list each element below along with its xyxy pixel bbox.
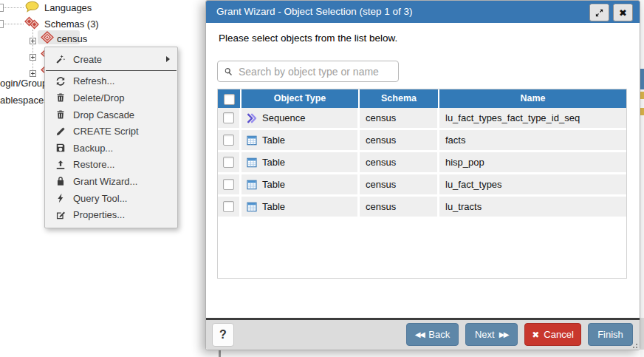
dialog-titlebar[interactable]: Grant Wizard - Object Selection (step 1 … [206,1,640,23]
table-row[interactable]: Table census hisp_pop [218,152,626,172]
menu-item-label: Create [73,54,102,65]
pgadmin-screen: Languages Schemas (3) census pu st ogin/… [0,0,644,357]
grant-wizard-dialog: Grant Wizard - Object Selection (step 1 … [205,0,640,350]
trash-icon [55,109,66,120]
table-icon [247,135,257,146]
select-all-checkbox[interactable] [224,94,235,105]
menu-item-properties[interactable]: Properties... [45,206,177,223]
object-type-label: Table [262,135,285,146]
table-header-row: Object Type Schema Name [218,89,626,108]
menu-item-label: CREATE Script [73,126,139,137]
search-input[interactable] [237,65,398,78]
trash-icon [55,92,66,103]
back-label: Back [428,329,450,340]
bolt-icon [55,193,66,204]
table-row[interactable]: Sequence census lu_fact_types_fact_type_… [218,108,626,128]
search-box[interactable] [217,61,399,82]
instruction-text: Please select objects from the list belo… [219,33,397,44]
dialog-footer: ? ◀◀ Back Next ▶▶ ✖ Cancel Finish [206,318,640,350]
cancel-button[interactable]: ✖ Cancel [524,323,581,346]
cancel-label: Cancel [544,329,573,340]
menu-item-query-tool[interactable]: Query Tool... [45,190,177,207]
back-button[interactable]: ◀◀ Back [406,323,459,346]
tree-item-login-group-roles[interactable]: ogin/Group [0,78,47,89]
schema-cell: census [360,174,439,194]
row-checkbox[interactable] [223,157,234,168]
expand-toggle-icon[interactable] [30,50,36,57]
upload-icon [55,159,66,170]
expand-icon [595,8,604,18]
pencil-icon [55,126,66,137]
sequence-icon [247,113,257,123]
row-checkbox[interactable] [223,112,234,123]
table-icon [247,157,257,168]
next-label: Next [475,329,495,340]
background-sliver [640,92,644,99]
tree-connector [4,24,24,24]
schema-cell: census [360,108,439,128]
schema-cell: census [360,130,439,150]
finish-label: Finish [597,329,623,340]
menu-item-delete-drop[interactable]: Delete/Drop [45,89,177,106]
menu-item-label: Backup... [73,143,113,154]
tree-item-tablespaces[interactable]: ablespaces [0,95,49,106]
close-icon: ✖ [619,7,627,18]
menu-item-backup[interactable]: Backup... [45,140,177,157]
object-table: Object Type Schema Name Sequence census … [217,89,627,279]
object-type-label: Table [262,157,285,168]
table-row[interactable]: Table census facts [218,130,626,150]
menu-item-label: Restore... [73,159,114,170]
menu-item-drop-cascade[interactable]: Drop Cascade [45,106,177,123]
background-sliver [640,318,644,350]
table-icon [247,180,257,190]
background-panel-divider [219,350,221,357]
row-checkbox[interactable] [223,179,234,190]
name-cell: lu_fact_types [439,174,626,194]
table-row[interactable]: Table census lu_tracts [218,197,626,217]
object-type-label: Table [262,179,285,190]
select-all-header-cell[interactable] [218,89,242,108]
help-label: ? [219,328,227,341]
menu-item-label: Drop Cascade [73,109,134,120]
menu-item-label: Delete/Drop [73,92,124,103]
menu-item-label: Query Tool... [73,193,127,204]
tree-connector [4,7,24,8]
resize-grip[interactable] [631,341,637,348]
tree-item-languages[interactable]: Languages [44,2,92,13]
next-button[interactable]: Next ▶▶ [465,323,518,346]
magic-wand-icon [55,54,66,65]
help-button[interactable]: ? [212,323,234,347]
name-cell: lu_tracts [439,197,626,217]
row-checkbox[interactable] [223,201,234,212]
menu-item-create-script[interactable]: CREATE Script [45,123,177,140]
name-cell: hisp_pop [439,152,626,172]
maximize-button[interactable] [589,4,609,21]
table-row[interactable]: Table census lu_fact_types [218,174,626,194]
object-type-label: Sequence [262,112,306,123]
table-icon [247,202,257,212]
close-button[interactable]: ✖ [613,4,633,21]
header-schema[interactable]: Schema [360,89,439,108]
double-chevron-left-icon: ◀◀ [415,331,424,339]
menu-item-refresh[interactable]: Refresh... [45,73,177,90]
background-sliver [640,108,644,115]
menu-item-restore[interactable]: Restore... [45,157,177,174]
menu-item-create[interactable]: Create [45,51,177,68]
tree-item-census[interactable]: census [57,33,87,44]
wizard-buttons: ◀◀ Back Next ▶▶ ✖ Cancel Finish [406,323,633,346]
background-sliver [640,69,644,89]
expand-toggle-icon[interactable] [30,34,36,41]
languages-icon [24,1,40,16]
x-icon: ✖ [532,330,539,340]
menu-item-grant-wizard[interactable]: Grant Wizard... [45,173,177,190]
menu-separator [46,70,177,71]
header-name[interactable]: Name [439,89,626,108]
expand-toggle-icon[interactable] [30,67,36,73]
name-cell: facts [439,130,626,150]
header-object-type[interactable]: Object Type [242,89,360,108]
tree-item-schemas[interactable]: Schemas (3) [44,18,99,30]
row-checkbox[interactable] [223,135,234,146]
name-cell: lu_fact_types_fact_type_id_seq [439,108,626,128]
finish-button[interactable]: Finish [588,323,633,346]
submenu-arrow-icon [166,56,170,62]
